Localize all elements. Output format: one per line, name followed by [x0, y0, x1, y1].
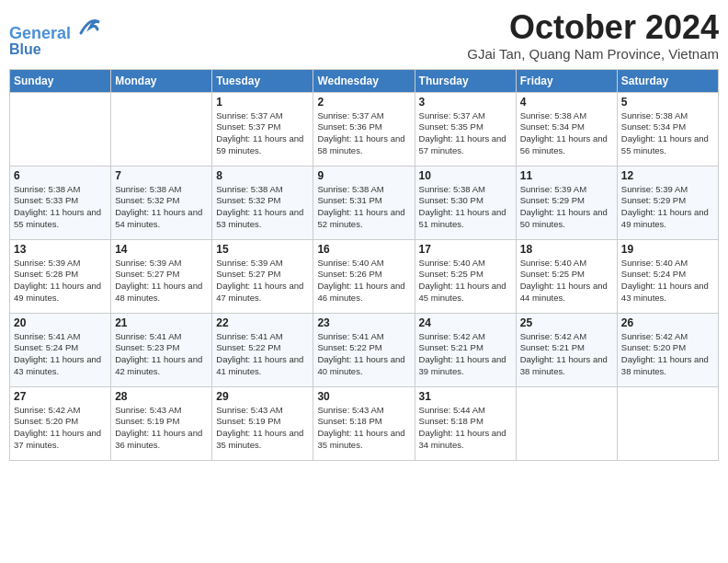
calendar-table: SundayMondayTuesdayWednesdayThursdayFrid…: [9, 69, 719, 461]
calendar-cell: 2Sunrise: 5:37 AM Sunset: 5:36 PM Daylig…: [313, 92, 415, 166]
calendar-cell: 10Sunrise: 5:38 AM Sunset: 5:30 PM Dayli…: [415, 166, 516, 239]
cell-content: Sunrise: 5:40 AM Sunset: 5:25 PM Dayligh…: [419, 258, 512, 304]
day-number: 14: [115, 243, 208, 256]
title-block: October 2024 GJai Tan, Quang Nam Provinc…: [467, 9, 719, 62]
header-row: SundayMondayTuesdayWednesdayThursdayFrid…: [10, 69, 719, 92]
calendar-cell: [617, 386, 718, 460]
calendar-cell: 14Sunrise: 5:39 AM Sunset: 5:27 PM Dayli…: [111, 239, 212, 313]
calendar-cell: 25Sunrise: 5:42 AM Sunset: 5:21 PM Dayli…: [516, 313, 617, 386]
cell-content: Sunrise: 5:43 AM Sunset: 5:19 PM Dayligh…: [216, 405, 309, 452]
cell-content: Sunrise: 5:40 AM Sunset: 5:24 PM Dayligh…: [621, 258, 714, 304]
calendar-cell: 23Sunrise: 5:41 AM Sunset: 5:22 PM Dayli…: [313, 313, 415, 386]
day-number: 12: [621, 169, 714, 182]
week-row-3: 13Sunrise: 5:39 AM Sunset: 5:28 PM Dayli…: [10, 239, 719, 313]
header-monday: Monday: [111, 69, 212, 92]
calendar-cell: 6Sunrise: 5:38 AM Sunset: 5:33 PM Daylig…: [10, 166, 111, 239]
cell-content: Sunrise: 5:38 AM Sunset: 5:32 PM Dayligh…: [115, 184, 208, 231]
calendar-cell: 15Sunrise: 5:39 AM Sunset: 5:27 PM Dayli…: [212, 239, 313, 313]
calendar-cell: 9Sunrise: 5:38 AM Sunset: 5:31 PM Daylig…: [313, 166, 415, 239]
calendar-cell: 29Sunrise: 5:43 AM Sunset: 5:19 PM Dayli…: [212, 386, 313, 460]
calendar-cell: 27Sunrise: 5:42 AM Sunset: 5:20 PM Dayli…: [10, 386, 111, 460]
day-number: 18: [520, 243, 613, 256]
calendar-cell: [10, 92, 111, 166]
cell-content: Sunrise: 5:41 AM Sunset: 5:22 PM Dayligh…: [317, 331, 410, 378]
week-row-1: 1Sunrise: 5:37 AM Sunset: 5:37 PM Daylig…: [10, 92, 719, 166]
week-row-5: 27Sunrise: 5:42 AM Sunset: 5:20 PM Dayli…: [10, 386, 719, 460]
calendar-cell: 22Sunrise: 5:41 AM Sunset: 5:22 PM Dayli…: [212, 313, 313, 386]
day-number: 29: [216, 390, 309, 403]
day-number: 27: [14, 390, 107, 403]
cell-content: Sunrise: 5:37 AM Sunset: 5:36 PM Dayligh…: [317, 110, 410, 157]
day-number: 26: [621, 316, 714, 329]
cell-content: Sunrise: 5:42 AM Sunset: 5:20 PM Dayligh…: [621, 331, 714, 378]
header-friday: Friday: [516, 69, 617, 92]
logo: General Blue: [9, 13, 103, 57]
cell-content: Sunrise: 5:39 AM Sunset: 5:29 PM Dayligh…: [520, 184, 613, 231]
calendar-cell: 20Sunrise: 5:41 AM Sunset: 5:24 PM Dayli…: [10, 313, 111, 386]
cell-content: Sunrise: 5:40 AM Sunset: 5:26 PM Dayligh…: [317, 258, 410, 304]
day-number: 13: [14, 243, 107, 256]
day-number: 28: [115, 390, 208, 403]
calendar-cell: 24Sunrise: 5:42 AM Sunset: 5:21 PM Dayli…: [415, 313, 516, 386]
cell-content: Sunrise: 5:38 AM Sunset: 5:30 PM Dayligh…: [419, 184, 512, 231]
day-number: 25: [520, 316, 613, 329]
cell-content: Sunrise: 5:40 AM Sunset: 5:25 PM Dayligh…: [520, 258, 613, 304]
day-number: 7: [115, 169, 208, 182]
calendar-cell: 30Sunrise: 5:43 AM Sunset: 5:18 PM Dayli…: [313, 386, 415, 460]
calendar-cell: 12Sunrise: 5:39 AM Sunset: 5:29 PM Dayli…: [617, 166, 718, 239]
cell-content: Sunrise: 5:39 AM Sunset: 5:27 PM Dayligh…: [115, 258, 208, 304]
header-saturday: Saturday: [617, 69, 718, 92]
page-header: General Blue October 2024 GJai Tan, Quan…: [9, 9, 719, 62]
header-thursday: Thursday: [415, 69, 516, 92]
calendar-cell: 17Sunrise: 5:40 AM Sunset: 5:25 PM Dayli…: [415, 239, 516, 313]
cell-content: Sunrise: 5:42 AM Sunset: 5:20 PM Dayligh…: [14, 405, 107, 452]
calendar-cell: 19Sunrise: 5:40 AM Sunset: 5:24 PM Dayli…: [617, 239, 718, 313]
cell-content: Sunrise: 5:41 AM Sunset: 5:23 PM Dayligh…: [115, 331, 208, 378]
day-number: 22: [216, 316, 309, 329]
calendar-cell: 8Sunrise: 5:38 AM Sunset: 5:32 PM Daylig…: [212, 166, 313, 239]
month-title: October 2024: [467, 9, 719, 46]
calendar-cell: 1Sunrise: 5:37 AM Sunset: 5:37 PM Daylig…: [212, 92, 313, 166]
day-number: 11: [520, 169, 613, 182]
day-number: 19: [621, 243, 714, 256]
calendar-cell: 13Sunrise: 5:39 AM Sunset: 5:28 PM Dayli…: [10, 239, 111, 313]
cell-content: Sunrise: 5:39 AM Sunset: 5:28 PM Dayligh…: [14, 258, 107, 304]
cell-content: Sunrise: 5:44 AM Sunset: 5:18 PM Dayligh…: [419, 405, 512, 452]
cell-content: Sunrise: 5:37 AM Sunset: 5:35 PM Dayligh…: [419, 110, 512, 157]
day-number: 6: [14, 169, 107, 182]
day-number: 30: [317, 390, 410, 403]
cell-content: Sunrise: 5:38 AM Sunset: 5:32 PM Dayligh…: [216, 184, 309, 231]
calendar-cell: 16Sunrise: 5:40 AM Sunset: 5:26 PM Dayli…: [313, 239, 415, 313]
logo-icon: [77, 13, 103, 39]
calendar-cell: 5Sunrise: 5:38 AM Sunset: 5:34 PM Daylig…: [617, 92, 718, 166]
cell-content: Sunrise: 5:38 AM Sunset: 5:33 PM Dayligh…: [14, 184, 107, 231]
day-number: 10: [419, 169, 512, 182]
header-wednesday: Wednesday: [313, 69, 415, 92]
header-tuesday: Tuesday: [212, 69, 313, 92]
day-number: 2: [317, 96, 410, 109]
calendar-cell: 21Sunrise: 5:41 AM Sunset: 5:23 PM Dayli…: [111, 313, 212, 386]
cell-content: Sunrise: 5:38 AM Sunset: 5:34 PM Dayligh…: [520, 110, 613, 157]
calendar-cell: 3Sunrise: 5:37 AM Sunset: 5:35 PM Daylig…: [415, 92, 516, 166]
cell-content: Sunrise: 5:38 AM Sunset: 5:31 PM Dayligh…: [317, 184, 410, 231]
day-number: 8: [216, 169, 309, 182]
day-number: 17: [419, 243, 512, 256]
cell-content: Sunrise: 5:43 AM Sunset: 5:19 PM Dayligh…: [115, 405, 208, 452]
day-number: 21: [115, 316, 208, 329]
day-number: 3: [419, 96, 512, 109]
calendar-cell: 18Sunrise: 5:40 AM Sunset: 5:25 PM Dayli…: [516, 239, 617, 313]
day-number: 9: [317, 169, 410, 182]
day-number: 23: [317, 316, 410, 329]
cell-content: Sunrise: 5:41 AM Sunset: 5:22 PM Dayligh…: [216, 331, 309, 378]
cell-content: Sunrise: 5:42 AM Sunset: 5:21 PM Dayligh…: [520, 331, 613, 378]
calendar-cell: 28Sunrise: 5:43 AM Sunset: 5:19 PM Dayli…: [111, 386, 212, 460]
calendar-cell: 4Sunrise: 5:38 AM Sunset: 5:34 PM Daylig…: [516, 92, 617, 166]
day-number: 5: [621, 96, 714, 109]
day-number: 31: [419, 390, 512, 403]
header-sunday: Sunday: [10, 69, 111, 92]
cell-content: Sunrise: 5:39 AM Sunset: 5:29 PM Dayligh…: [621, 184, 714, 231]
week-row-4: 20Sunrise: 5:41 AM Sunset: 5:24 PM Dayli…: [10, 313, 719, 386]
day-number: 15: [216, 243, 309, 256]
logo-text: General: [9, 13, 103, 43]
calendar-cell: 7Sunrise: 5:38 AM Sunset: 5:32 PM Daylig…: [111, 166, 212, 239]
